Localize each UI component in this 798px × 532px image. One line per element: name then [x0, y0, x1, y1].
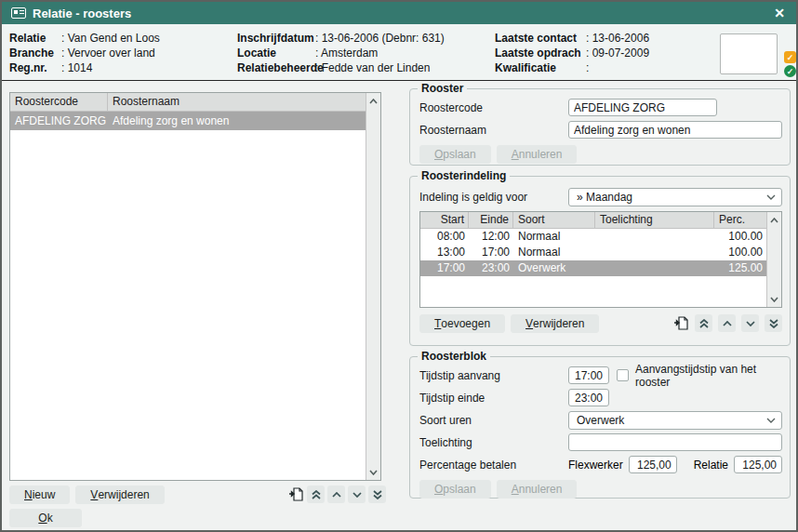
- roosternaam-label: Roosternaam: [419, 124, 568, 137]
- roostercode-input[interactable]: [568, 99, 717, 116]
- indeling-verwijderen-button[interactable]: Verwijderen: [511, 314, 599, 333]
- roosterblok-group: Roosterblok Tijdstip aanvang Aanvangstij…: [409, 356, 791, 499]
- list-scrollbar[interactable]: [366, 93, 380, 480]
- tijdstip-einde-input[interactable]: [568, 389, 609, 406]
- rooster-annuleren-button[interactable]: Annuleren: [497, 145, 578, 164]
- regnr-label: Reg.nr.: [9, 60, 61, 75]
- toevoegen-button[interactable]: Toevoegen: [419, 314, 505, 333]
- einde-cell: 12:00: [469, 229, 513, 245]
- blok-opslaan-button[interactable]: Opslaan: [419, 480, 491, 499]
- annuleren-hotkey: A: [512, 483, 519, 496]
- contact-card-icon: [11, 7, 26, 19]
- indeling-table-scrollbar[interactable]: [766, 212, 781, 307]
- roosterblok-group-title: Roosterblok: [418, 350, 490, 363]
- kwalificatie-value: :: [586, 60, 589, 75]
- scroll-down-icon[interactable]: [767, 292, 781, 306]
- move-top-icon[interactable]: [307, 485, 325, 503]
- column-roosternaam[interactable]: Roosternaam: [108, 93, 380, 111]
- start-cell: 08:00: [420, 229, 469, 245]
- goto-record-icon[interactable]: [672, 314, 689, 332]
- column-toelichting[interactable]: Toelichting: [595, 212, 714, 228]
- percentage-betalen-label: Percentage betalen: [419, 459, 568, 472]
- soort-uren-value: Overwerk: [577, 414, 761, 427]
- blok-toelichting-label: Toelichting: [419, 436, 568, 449]
- perc-cell: 125.00: [714, 260, 766, 276]
- table-row[interactable]: 17:00 23:00 Overwerk 125.00: [420, 260, 766, 276]
- verwijderen-button[interactable]: Verwijderen: [75, 485, 164, 504]
- table-row[interactable]: 13:00 17:00 Normaal 100.00: [420, 245, 766, 260]
- laatste-contact-label: Laatste contact: [495, 31, 586, 46]
- geldig-voor-select[interactable]: » Maandag: [568, 188, 782, 206]
- close-icon[interactable]: ✕: [770, 6, 789, 20]
- scroll-up-icon[interactable]: [767, 213, 781, 227]
- ok-button[interactable]: Ok: [9, 509, 82, 527]
- column-einde[interactable]: Einde: [469, 212, 513, 228]
- chevron-down-icon: [766, 418, 776, 423]
- table-row[interactable]: 08:00 12:00 Normaal 100.00: [420, 229, 766, 245]
- roosterindeling-group-title: Roosterindeling: [418, 169, 510, 182]
- perc-cell: 100.00: [714, 245, 766, 260]
- indeling-geldig-voor-label: Indeling is geldig voor: [419, 191, 568, 204]
- move-down-icon[interactable]: [741, 314, 759, 332]
- laatste-opdracht-value: : 09-07-2009: [586, 46, 649, 60]
- nieuw-button[interactable]: Nieuw: [9, 485, 70, 504]
- blok-toelichting-input[interactable]: [568, 433, 782, 451]
- move-bottom-icon[interactable]: [368, 485, 386, 503]
- roster-list-header: Roostercode Roosternaam: [10, 93, 380, 112]
- relatie-input[interactable]: [734, 456, 782, 473]
- aanvangstijdstip-checkbox-label: Aanvangstijdstip van het rooster: [635, 363, 782, 389]
- move-top-icon[interactable]: [695, 314, 712, 332]
- header-column-left: Relatie: Van Gend en Loos Branche: Vervo…: [9, 31, 160, 75]
- tijdstip-aanvang-input[interactable]: [568, 366, 609, 384]
- soort-uren-select[interactable]: Overwerk: [568, 411, 782, 430]
- opslaan-rest: pslaan: [443, 483, 475, 496]
- roosterindeling-group: Roosterindeling Indeling is geldig voor …: [409, 176, 791, 346]
- roster-code-cell: AFDELING ZORG: [10, 112, 108, 130]
- rooster-group-title: Rooster: [418, 82, 467, 95]
- opslaan-hotkey: O: [434, 483, 443, 496]
- window-title: Relatie - roosters: [33, 7, 770, 20]
- start-cell: 17:00: [420, 260, 469, 276]
- perc-cell: 100.00: [714, 229, 766, 245]
- green-check-badge-icon[interactable]: ✓: [784, 65, 796, 77]
- laatste-contact-value: : 13-06-2006: [586, 31, 649, 46]
- column-roostercode[interactable]: Roostercode: [10, 93, 108, 111]
- laatste-opdracht-label: Laatste opdrach: [495, 46, 586, 60]
- nieuw-rest: ieuw: [33, 488, 56, 501]
- ok-button-bar: Ok: [9, 509, 82, 527]
- relatiebeheerder-value: : Fedde van der Linden: [315, 60, 430, 75]
- ok-hotkey: O: [38, 512, 47, 525]
- relation-header: Relatie: Van Gend en Loos Branche: Vervo…: [2, 24, 796, 81]
- orange-check-badge-icon[interactable]: ✓: [784, 51, 796, 63]
- photo-placeholder: [720, 33, 778, 74]
- blok-annuleren-button[interactable]: Annuleren: [497, 480, 578, 499]
- verwijderen-rest: erwijderen: [98, 488, 149, 501]
- flexwerker-label: Flexwerker: [568, 459, 623, 472]
- verwijderen-rest: erwijderen: [533, 317, 584, 330]
- nieuw-hotkey: N: [24, 488, 33, 501]
- list-item[interactable]: AFDELING ZORG Afdeling zorg en wonen: [10, 112, 366, 130]
- scroll-up-icon[interactable]: [366, 94, 380, 108]
- aanvangstijdstip-checkbox[interactable]: [617, 369, 629, 381]
- move-up-icon[interactable]: [718, 314, 736, 332]
- kwalificatie-label: Kwalificatie: [495, 60, 586, 75]
- move-down-icon[interactable]: [348, 485, 366, 503]
- roostercode-label: Roostercode: [419, 101, 568, 114]
- column-soort[interactable]: Soort: [513, 212, 595, 228]
- einde-cell: 23:00: [469, 260, 513, 276]
- scroll-down-icon[interactable]: [366, 465, 380, 479]
- column-start[interactable]: Start: [420, 212, 469, 228]
- rooster-opslaan-button[interactable]: Opslaan: [419, 145, 491, 164]
- goto-record-icon[interactable]: [286, 485, 304, 503]
- roosternaam-input[interactable]: [568, 121, 782, 139]
- move-up-icon[interactable]: [327, 485, 345, 503]
- roster-list: Roostercode Roosternaam AFDELING ZORG Af…: [9, 92, 381, 481]
- column-perc[interactable]: Perc.: [714, 212, 766, 228]
- move-bottom-icon[interactable]: [765, 314, 782, 332]
- soort-cell: Normaal: [513, 229, 595, 245]
- ok-rest: k: [47, 512, 53, 525]
- header-column-right: Laatste contact: 13-06-2006 Laatste opdr…: [495, 31, 649, 75]
- flexwerker-input[interactable]: [629, 456, 677, 473]
- branche-value: : Vervoer over land: [61, 46, 155, 60]
- relatie-roosters-window: Relatie - roosters ✕ Relatie: Van Gend e…: [0, 0, 798, 532]
